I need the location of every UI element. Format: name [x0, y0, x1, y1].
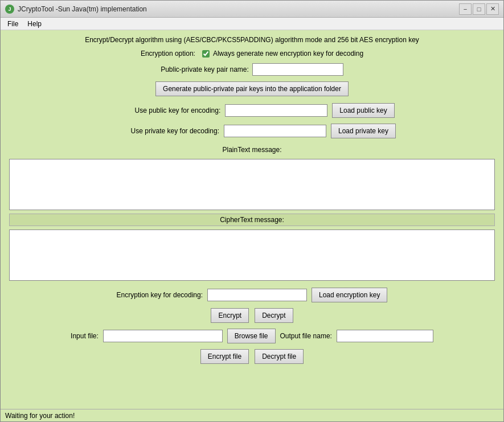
- encryption-key-input[interactable]: [207, 289, 307, 301]
- menu-bar: File Help: [1, 18, 503, 30]
- encryption-key-label: Encryption key for decoding:: [117, 291, 203, 299]
- ciphertext-label-row: CipherText message:: [9, 214, 495, 226]
- public-key-input[interactable]: [225, 104, 327, 117]
- status-bar: Waiting for your action!: [1, 409, 503, 421]
- private-key-input[interactable]: [224, 125, 326, 137]
- plaintext-section: [9, 159, 495, 210]
- menu-file[interactable]: File: [3, 19, 23, 29]
- encryption-option-row: Encryption option: Always generate new e…: [9, 50, 495, 58]
- close-button[interactable]: ✕: [486, 3, 499, 15]
- title-bar: J JCryptoTool -Sun Java(tm) implementati…: [1, 1, 503, 18]
- minimize-button[interactable]: −: [459, 3, 472, 15]
- decrypt-button[interactable]: Decrypt: [255, 308, 293, 323]
- action-row: Encrypt Decrypt: [9, 308, 495, 323]
- key-pair-row: Public-private key pair name:: [9, 63, 495, 76]
- plaintext-label-row: PlainText message:: [9, 144, 495, 155]
- ciphertext-label: CipherText message:: [220, 216, 284, 224]
- ciphertext-section: [9, 230, 495, 281]
- main-content: Encrypt/Decrypt algorithm using (AES/CBC…: [1, 30, 503, 409]
- load-encryption-key-button[interactable]: Load encryption key: [312, 288, 387, 302]
- encryption-option-label: Encryption option:: [141, 50, 195, 58]
- key-pair-label: Public-private key pair name:: [161, 65, 249, 73]
- encryption-option-checkbox-label: Always generate new encryption key for d…: [213, 50, 363, 58]
- file-action-row: Encrypt file Decrypt file: [9, 349, 495, 364]
- key-pair-input[interactable]: [252, 63, 343, 76]
- file-row: Input file: Browse file Output file name…: [9, 329, 495, 343]
- window-controls: − □ ✕: [459, 3, 499, 15]
- browse-file-button[interactable]: Browse file: [227, 329, 276, 343]
- maximize-button[interactable]: □: [473, 3, 485, 15]
- window-title: JCryptoTool -Sun Java(tm) implementation: [18, 5, 147, 13]
- algorithm-description: Encrypt/Decrypt algorithm using (AES/CBC…: [9, 36, 495, 44]
- status-text: Waiting for your action!: [5, 412, 75, 420]
- encryption-key-row: Encryption key for decoding: Load encryp…: [9, 288, 495, 302]
- menu-help[interactable]: Help: [23, 19, 46, 29]
- private-key-label: Use private key for decoding:: [108, 127, 219, 135]
- input-file-input[interactable]: [103, 330, 223, 342]
- input-file-label: Input file:: [71, 332, 99, 340]
- load-private-key-button[interactable]: Load private key: [331, 124, 396, 138]
- title-bar-left: J JCryptoTool -Sun Java(tm) implementati…: [5, 5, 147, 14]
- private-key-row: Use private key for decoding: Load priva…: [9, 124, 495, 138]
- public-key-row: Use public key for encoding: Load public…: [9, 103, 495, 118]
- decrypt-file-button[interactable]: Decrypt file: [255, 349, 304, 364]
- generate-keys-button[interactable]: Generate public-private pair keys into t…: [155, 81, 349, 96]
- encrypt-button[interactable]: Encrypt: [211, 308, 249, 323]
- plaintext-label: PlainText message:: [222, 146, 281, 154]
- output-file-label: Output file name:: [280, 332, 332, 340]
- encrypt-file-button[interactable]: Encrypt file: [200, 349, 249, 364]
- output-file-input[interactable]: [337, 330, 433, 342]
- ciphertext-textarea[interactable]: [10, 230, 494, 277]
- plaintext-textarea[interactable]: [10, 159, 494, 206]
- generate-btn-row: Generate public-private pair keys into t…: [9, 81, 495, 96]
- load-public-key-button[interactable]: Load public key: [332, 103, 394, 118]
- public-key-label: Use public key for encoding:: [109, 106, 220, 114]
- main-window: J JCryptoTool -Sun Java(tm) implementati…: [0, 0, 504, 422]
- always-generate-checkbox[interactable]: [202, 50, 210, 58]
- app-icon: J: [5, 5, 14, 14]
